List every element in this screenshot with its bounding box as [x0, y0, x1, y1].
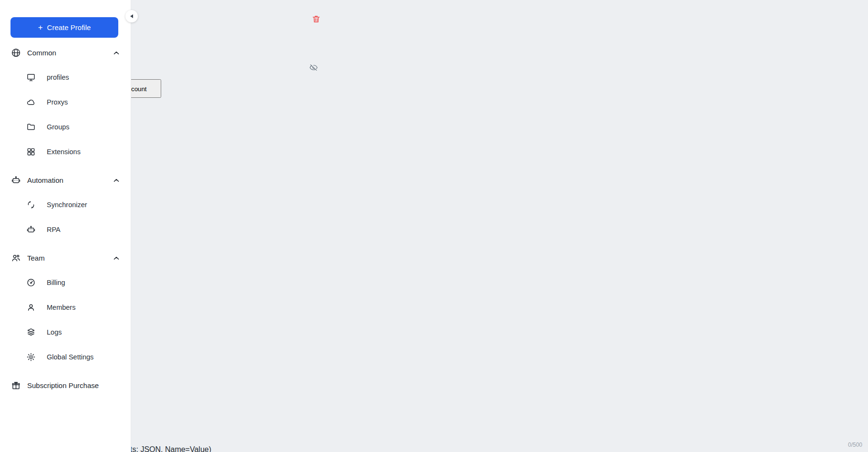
create-profile-label: Create Profile	[47, 23, 91, 32]
monitor-icon	[26, 73, 36, 83]
sidebar-group-automation[interactable]: Automation	[0, 168, 131, 192]
sidebar-item-groups[interactable]: Groups	[0, 115, 131, 139]
sidebar-group-common[interactable]: Common	[0, 40, 131, 65]
globe-icon	[11, 48, 21, 58]
sidebar-menu: Common profiles Proxys Groups Extensions…	[0, 40, 131, 398]
trash-icon	[311, 14, 321, 24]
chevron-up-icon	[114, 253, 119, 262]
sidebar-item-global-settings[interactable]: Global Settings	[0, 345, 131, 369]
gift-icon	[11, 380, 21, 390]
sidebar-collapse-button[interactable]	[125, 10, 138, 22]
person-icon	[26, 303, 36, 313]
gauge-icon	[26, 278, 36, 288]
eye-off-icon[interactable]	[309, 63, 318, 74]
sidebar-group-label: Common	[27, 49, 56, 57]
sidebar-item-profiles[interactable]: profiles	[0, 65, 131, 90]
layers-icon	[26, 327, 36, 337]
window-scrollbar[interactable]	[711, 241, 714, 275]
sidebar: + Create Profile Common profiles Proxys …	[0, 0, 131, 452]
delete-account-button[interactable]	[311, 14, 321, 26]
collapse-left-icon	[130, 14, 133, 18]
create-profile-button[interactable]: + Create Profile	[10, 17, 118, 38]
folder-icon	[26, 122, 36, 132]
plus-icon: +	[38, 23, 43, 32]
sync-icon	[26, 200, 36, 210]
sidebar-group-team[interactable]: Team	[0, 245, 131, 270]
sidebar-item-billing[interactable]: Billing	[0, 270, 131, 295]
grid-icon	[26, 147, 36, 157]
sidebar-item-logs[interactable]: Logs	[0, 320, 131, 345]
cloud-icon	[26, 97, 36, 107]
sidebar-item-rpa[interactable]: RPA	[0, 217, 131, 242]
sidebar-item-members[interactable]: Members	[0, 295, 131, 320]
robot-icon	[26, 225, 36, 235]
sidebar-item-subscription-purchase[interactable]: Subscription Purchase	[0, 373, 131, 398]
gear-icon	[26, 352, 36, 362]
sidebar-item-proxys[interactable]: Proxys	[0, 90, 131, 115]
sidebar-item-extensions[interactable]: Extensions	[0, 139, 131, 164]
robot-icon	[11, 175, 21, 185]
main-scrollbar[interactable]	[454, 41, 458, 408]
chevron-up-icon	[114, 48, 119, 57]
char-counter: 0/500	[848, 441, 862, 448]
team-icon	[11, 253, 21, 263]
sidebar-item-synchronizer[interactable]: Synchronizer	[0, 192, 131, 217]
chevron-up-icon	[114, 176, 119, 184]
